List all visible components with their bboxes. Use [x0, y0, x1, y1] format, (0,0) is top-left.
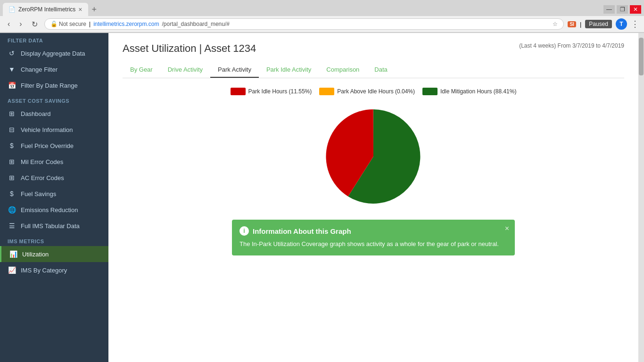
fuel-savings-icon: $ — [8, 190, 16, 197]
ims-section-label: IMS METRICS — [0, 234, 108, 246]
refresh-button[interactable]: ↻ — [29, 19, 41, 30]
url-domain: intellimetrics.zerorpm.com — [93, 21, 159, 27]
line-chart-icon: 📈 — [8, 266, 16, 274]
info-box-text: The In-Park Utilization Coverage graph s… — [239, 239, 507, 249]
legend-label-above-idle: Park Above Idle Hours (0.04%) — [337, 88, 415, 95]
tab-comparison[interactable]: Comparison — [319, 62, 367, 78]
ac-icon: ⊞ — [8, 174, 16, 181]
page-header: Asset Utilization | Asset 1234 (Last 4 w… — [123, 42, 624, 55]
tab-close-btn[interactable]: × — [78, 6, 82, 13]
sidebar-item-change-filter[interactable]: ▼ Change Filter — [0, 61, 108, 77]
sidebar-item-mil-codes[interactable]: ⊞ Mil Error Codes — [0, 154, 108, 170]
sidebar-item-dashboard[interactable]: ⊞ Dashboard — [0, 106, 108, 122]
sidebar-item-label: Full IMS Tabular Data — [21, 222, 80, 230]
dollar-icon: $ — [8, 142, 16, 149]
new-tab-button[interactable]: + — [88, 5, 101, 15]
chart-icon: 📊 — [9, 250, 17, 258]
sidebar-item-label: Emissions Reduction — [21, 206, 78, 214]
paused-badge: Paused — [585, 20, 612, 28]
pie-chart — [322, 105, 425, 208]
sidebar-item-label: AC Error Codes — [21, 174, 64, 181]
user-avatar[interactable]: T — [616, 18, 627, 30]
info-icon: i — [239, 226, 249, 236]
dashboard-icon: ⊞ — [8, 110, 16, 117]
tab-title-text: ZeroRPM Intellimetrics — [18, 6, 75, 13]
info-box-close[interactable]: × — [505, 224, 509, 233]
sidebar-item-label: Vehicle Information — [21, 126, 73, 133]
close-button[interactable]: ✕ — [630, 5, 641, 14]
vehicle-icon: ⊟ — [8, 126, 16, 133]
table-icon: ☰ — [8, 222, 16, 230]
sidebar: FILTER DATA ↺ Display Aggregate Data ▼ C… — [0, 33, 108, 362]
browser-menu-button[interactable]: ⋮ — [631, 19, 639, 29]
scrollbar-thumb[interactable] — [639, 38, 644, 75]
sidebar-item-fuel-savings[interactable]: $ Fuel Savings — [0, 186, 108, 202]
sidebar-item-label: IMS By Category — [21, 267, 67, 274]
url-path: /portal_dashboard_menu/# — [162, 21, 230, 27]
tab-drive-activity[interactable]: Drive Activity — [160, 62, 210, 78]
sidebar-item-label: Filter By Date Range — [21, 82, 78, 89]
calendar-icon: 📅 — [8, 82, 16, 89]
legend-color-park-idle — [231, 88, 246, 95]
sidebar-item-vehicle-info[interactable]: ⊟ Vehicle Information — [0, 122, 108, 138]
sidebar-item-aggregate[interactable]: ↺ Display Aggregate Data — [0, 45, 108, 61]
chart-legend: Park Idle Hours (11.55%) Park Above Idle… — [231, 88, 517, 95]
tab-data[interactable]: Data — [367, 62, 395, 78]
legend-item-mitigation: Idle Mitigation Hours (88.41%) — [422, 88, 516, 95]
active-tab[interactable]: 📄 ZeroRPM Intellimetrics × — [3, 3, 88, 16]
browser-chrome: 📄 ZeroRPM Intellimetrics × + — ❐ ✕ ‹ › ↻… — [0, 0, 644, 33]
sidebar-item-ac-codes[interactable]: ⊞ AC Error Codes — [0, 170, 108, 186]
sidebar-item-emissions[interactable]: 🌐 Emissions Reduction — [0, 202, 108, 218]
sidebar-item-label: Mil Error Codes — [21, 158, 63, 165]
legend-item-above-idle: Park Above Idle Hours (0.04%) — [319, 88, 415, 95]
sidebar-item-date-range[interactable]: 📅 Filter By Date Range — [0, 77, 108, 93]
legend-label-mitigation: Idle Mitigation Hours (88.41%) — [440, 88, 516, 95]
chart-area: Park Idle Hours (11.55%) Park Above Idle… — [123, 88, 624, 275]
restore-button[interactable]: ❐ — [617, 5, 628, 14]
legend-color-above-idle — [319, 88, 334, 95]
asset-section-label: ASSET COST SAVINGS — [0, 93, 108, 106]
sidebar-item-fuel-price[interactable]: $ Fuel Price Override — [0, 138, 108, 154]
minimize-button[interactable]: — — [603, 5, 615, 14]
address-bar: ‹ › ↻ 🔓 Not secure | intellimetrics.zero… — [0, 16, 644, 33]
sidebar-item-ims-category[interactable]: 📈 IMS By Category — [0, 262, 108, 278]
mil-icon: ⊞ — [8, 158, 16, 165]
bookmark-icon[interactable]: ☆ — [553, 21, 558, 27]
main-content: Asset Utilization | Asset 1234 (Last 4 w… — [108, 33, 638, 362]
legend-item-park-idle: Park Idle Hours (11.55%) — [231, 88, 312, 95]
sidebar-item-utilization[interactable]: 📊 Utilization — [0, 246, 108, 262]
filter-section-label: FILTER DATA — [0, 33, 108, 45]
sidebar-item-label: Fuel Price Override — [21, 142, 74, 149]
forward-button[interactable]: › — [17, 19, 25, 29]
sidebar-item-label: Dashboard — [21, 110, 51, 117]
back-button[interactable]: ‹ — [5, 19, 13, 29]
date-range: (Last 4 weeks) From 3/7/2019 to 4/7/2019 — [519, 42, 624, 49]
info-box-title: i Information About this Graph — [239, 226, 507, 236]
sidebar-item-tabular[interactable]: ☰ Full IMS Tabular Data — [0, 218, 108, 234]
sidebar-item-label: Display Aggregate Data — [21, 50, 85, 57]
aggregate-icon: ↺ — [8, 49, 16, 57]
tab-icon: 📄 — [8, 6, 16, 13]
info-box: × i Information About this Graph The In-… — [232, 220, 515, 255]
filter-icon: ▼ — [8, 66, 16, 73]
tab-park-activity[interactable]: Park Activity — [210, 62, 259, 78]
extension-icon[interactable]: SI — [568, 21, 576, 27]
sidebar-item-label: Change Filter — [21, 66, 58, 73]
tab-bar: By Gear Drive Activity Park Activity Par… — [123, 62, 624, 78]
tab-by-gear[interactable]: By Gear — [123, 62, 160, 78]
globe-icon: 🌐 — [8, 206, 16, 214]
secure-label: 🔓 Not secure — [50, 21, 86, 27]
tab-park-idle[interactable]: Park Idle Activity — [259, 62, 319, 78]
scrollbar[interactable] — [638, 33, 644, 362]
url-input[interactable]: 🔓 Not secure | intellimetrics.zerorpm.co… — [44, 18, 564, 30]
sidebar-item-label: Fuel Savings — [21, 190, 56, 197]
legend-label-park-idle: Park Idle Hours (11.55%) — [248, 88, 312, 95]
legend-color-mitigation — [422, 88, 438, 95]
page-title: Asset Utilization | Asset 1234 — [123, 42, 256, 55]
sidebar-item-label: Utilization — [22, 251, 49, 258]
